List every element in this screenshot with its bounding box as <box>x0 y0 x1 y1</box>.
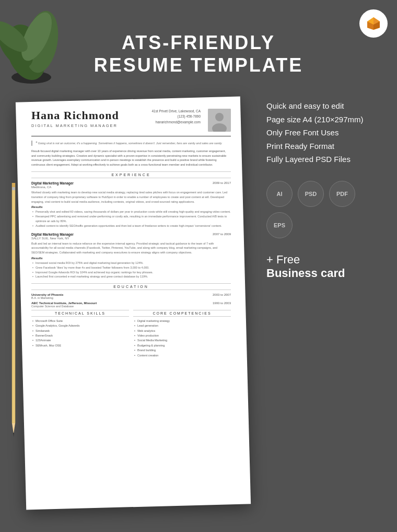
resume-name: Hana Richmond <box>31 109 119 122</box>
svg-marker-13 <box>12 423 15 434</box>
exp-item-1: Digital Marketing Manager 2009 to 2017 M… <box>31 181 231 228</box>
resume-summary: Result-focused digital marketing manager… <box>31 149 231 167</box>
right-panel: Quick and easy to edit Page size A4 (210… <box>266 99 381 280</box>
pencil-decoration <box>8 178 19 439</box>
feature-2: Page size A4 (210×297mm) <box>266 113 381 126</box>
feature-3: Only Free Font Uses <box>266 126 381 140</box>
exp-item-2: Digital Marketing Manager 2007 to 2009 S… <box>31 233 231 280</box>
badge-row: AI PSD PDF EPS <box>266 181 381 238</box>
svg-rect-10 <box>12 183 15 423</box>
feature-list: Quick and easy to edit Page size A4 (210… <box>266 99 381 166</box>
svg-marker-14 <box>13 433 14 437</box>
resume-header: Hana Richmond DIGITAL MARKETING MANAGER … <box>31 109 231 136</box>
skills-grid: TECHNICAL SKILLS Microsoft Office Suite … <box>31 310 231 358</box>
resume-contact: 41st Privet Drive, Lakewood, CA (123) 45… <box>151 109 201 125</box>
free-plus-label: + Free <box>266 253 381 267</box>
svg-rect-12 <box>12 187 15 190</box>
svg-rect-11 <box>12 183 15 187</box>
resume-photo <box>208 109 231 132</box>
technical-skills-col: TECHNICAL SKILLS Microsoft Office Suite … <box>31 310 129 358</box>
badge-pdf: PDF <box>329 181 355 207</box>
badge-ai: AI <box>266 181 293 207</box>
competencies-col: CORE COMPETENCIES Digital marketing stra… <box>133 310 231 358</box>
feature-5: Fully Layered PSD Files <box>266 153 381 166</box>
badge-eps: EPS <box>266 212 293 238</box>
edu-item-1: University of Phoenix B.A. in Marketing … <box>31 293 231 299</box>
feature-4: Print Ready Format <box>266 140 381 153</box>
title-area: ATS-FRIENDLY RESUME TEMPLATE <box>0 31 397 76</box>
svg-point-18 <box>215 113 224 121</box>
free-section: + Free Business card <box>266 253 381 281</box>
feature-1: Quick and easy to edit <box>266 99 381 113</box>
page-title-line2: RESUME TEMPLATE <box>0 54 397 76</box>
experience-section-title: EXPERIENCE <box>31 171 231 178</box>
badge-psd: PSD <box>298 181 324 207</box>
education-section-title: EDUCATION <box>31 283 231 290</box>
resume-card: Hana Richmond DIGITAL MARKETING MANAGER … <box>16 97 251 510</box>
page-title-line1: ATS-FRIENDLY <box>0 31 397 54</box>
resume-role: DIGITAL MARKETING MANAGER <box>31 123 119 128</box>
free-business-card: Business card <box>266 267 381 280</box>
resume-quote: " Going viral is not an outcome; it's a … <box>31 141 231 146</box>
edu-item-2: ABC Technical Institute, Jefferson, Miss… <box>31 302 231 308</box>
